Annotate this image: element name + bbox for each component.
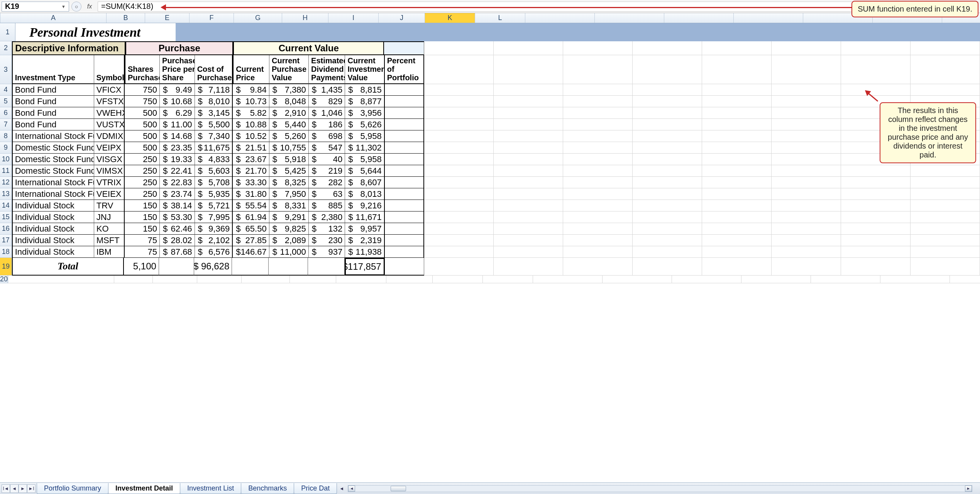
cell-symbol[interactable]: VISGX (94, 154, 125, 165)
cell-dividends[interactable]: $132 (309, 223, 345, 235)
cell-symbol[interactable]: MSFT (94, 235, 125, 246)
cell-percent[interactable] (385, 107, 424, 119)
empty-cell[interactable] (563, 84, 633, 96)
cell-shares[interactable]: 150 (125, 211, 160, 223)
cell-type[interactable]: Bond Fund (12, 119, 94, 130)
empty-cell[interactable] (772, 200, 841, 211)
empty-cell[interactable] (494, 119, 563, 130)
empty-cell[interactable] (772, 96, 841, 107)
empty-cell[interactable] (633, 55, 702, 84)
empty-cell[interactable] (772, 235, 841, 246)
empty-cell[interactable] (772, 246, 841, 258)
row-header-17[interactable]: 17 (0, 235, 12, 246)
cell-investment-value[interactable]: $9,216 (345, 200, 384, 211)
empty-cell[interactable] (672, 276, 741, 283)
cell-percent[interactable] (385, 200, 424, 211)
cell-shares[interactable]: 500 (125, 119, 160, 130)
column-header-F[interactable]: F (190, 13, 234, 23)
sheet-tab-price-dat[interactable]: Price Dat (294, 483, 337, 494)
cell-investment-value[interactable]: $8,877 (345, 96, 384, 107)
cell-percent[interactable] (385, 130, 424, 142)
empty-cell[interactable] (114, 276, 153, 283)
empty-cell[interactable] (563, 211, 633, 223)
cell-cost[interactable]: $9,369 (195, 223, 233, 235)
cell-percent[interactable] (385, 165, 424, 177)
cell-purchase-price[interactable]: $28.02 (160, 235, 195, 246)
cell-cost[interactable]: $7,340 (195, 130, 233, 142)
row-header-16[interactable]: 16 (0, 223, 12, 235)
empty-cell[interactable] (563, 130, 633, 142)
empty-cell[interactable] (841, 258, 911, 276)
row-header-19[interactable]: 19 (0, 258, 12, 276)
cell-current-purchase-value[interactable]: $2,910 (269, 107, 309, 119)
cell-cost[interactable]: $4,833 (195, 154, 233, 165)
cell-symbol[interactable]: VFICX (94, 84, 125, 96)
empty-cell[interactable] (633, 107, 702, 119)
empty-cell[interactable] (702, 107, 772, 119)
cell-purchase-price[interactable]: $14.68 (160, 130, 195, 142)
cell-shares[interactable]: 75 (125, 235, 160, 246)
empty-cell[interactable] (772, 55, 841, 84)
empty-cell[interactable] (772, 154, 841, 165)
cell-investment-value[interactable]: $8,815 (345, 84, 384, 96)
empty-cell[interactable] (424, 165, 494, 177)
cell-dividends[interactable]: $282 (309, 177, 345, 188)
empty-cell[interactable] (153, 276, 197, 283)
empty-cell[interactable] (911, 41, 980, 55)
empty-cell[interactable] (563, 96, 633, 107)
cell-shares[interactable]: 250 (125, 188, 160, 200)
empty-cell[interactable] (772, 211, 841, 223)
empty-cell[interactable] (911, 246, 980, 258)
cell-current-purchase-value[interactable]: $11,000 (269, 246, 309, 258)
empty-cell[interactable] (633, 200, 702, 211)
cell-percent[interactable] (385, 235, 424, 246)
spreadsheet-grid[interactable]: 1 Personal Investment 2 Descriptive Info… (0, 23, 980, 283)
empty-cell[interactable] (563, 154, 633, 165)
column-header-E[interactable]: E (145, 13, 190, 23)
empty-cell[interactable] (563, 246, 633, 258)
cell-investment-value[interactable]: $11,302 (345, 142, 384, 154)
cell-dividends[interactable]: $2,380 (309, 211, 345, 223)
cell-type[interactable]: Bond Fund (12, 84, 94, 96)
sheet-tab-benchmarks[interactable]: Benchmarks (241, 483, 294, 494)
cell-percent[interactable] (385, 246, 424, 258)
cell-current-purchase-value[interactable]: $10,755 (269, 142, 309, 154)
empty-cell[interactable] (841, 211, 911, 223)
cell-cost[interactable]: $5,500 (195, 119, 233, 130)
tab-nav-last-icon[interactable]: ►I (27, 484, 36, 493)
empty-cell[interactable] (633, 142, 702, 154)
empty-cell[interactable] (563, 165, 633, 177)
row-header-6[interactable]: 6 (0, 107, 12, 119)
horizontal-scrollbar[interactable]: ◄ ► (348, 485, 972, 492)
cell-investment-value[interactable]: $5,644 (345, 165, 384, 177)
empty-cell[interactable] (494, 55, 563, 84)
empty-cell[interactable] (424, 235, 494, 246)
total-blank-I[interactable] (269, 258, 308, 276)
empty-cell[interactable] (841, 55, 911, 84)
cell-symbol[interactable]: KO (94, 223, 125, 235)
cell-percent[interactable] (385, 188, 424, 200)
cell-investment-value[interactable]: $9,957 (345, 223, 384, 235)
cell-dividends[interactable]: $219 (309, 165, 345, 177)
empty-cell[interactable] (702, 41, 772, 55)
cell-type[interactable]: International Stock Fund (12, 177, 94, 188)
cell-symbol[interactable]: VIMSX (94, 165, 125, 177)
column-header-B[interactable]: B (107, 13, 145, 23)
cell-purchase-price[interactable]: $22.83 (160, 177, 195, 188)
cell-dividends[interactable]: $63 (309, 188, 345, 200)
tab-scroll-left-icon[interactable]: ◄ (339, 486, 344, 491)
cell-current-price[interactable]: $21.70 (233, 165, 269, 177)
name-box[interactable]: K19 ▼ (2, 2, 69, 12)
tab-nav-next-icon[interactable]: ► (19, 484, 27, 493)
cell-investment-value[interactable]: $5,626 (345, 119, 384, 130)
sheet-tab-investment-detail[interactable]: Investment Detail (108, 483, 180, 494)
empty-cell[interactable] (494, 246, 563, 258)
cell-type[interactable]: International Stock Fund (12, 130, 94, 142)
cell-purchase-price[interactable]: $11.00 (160, 119, 195, 130)
row-header-8[interactable]: 8 (0, 130, 12, 142)
empty-cell[interactable] (386, 276, 433, 283)
cell-investment-value[interactable]: $8,013 (345, 188, 384, 200)
empty-cell[interactable] (772, 142, 841, 154)
cell-purchase-price[interactable]: $87.68 (160, 246, 195, 258)
empty-cell[interactable] (424, 177, 494, 188)
